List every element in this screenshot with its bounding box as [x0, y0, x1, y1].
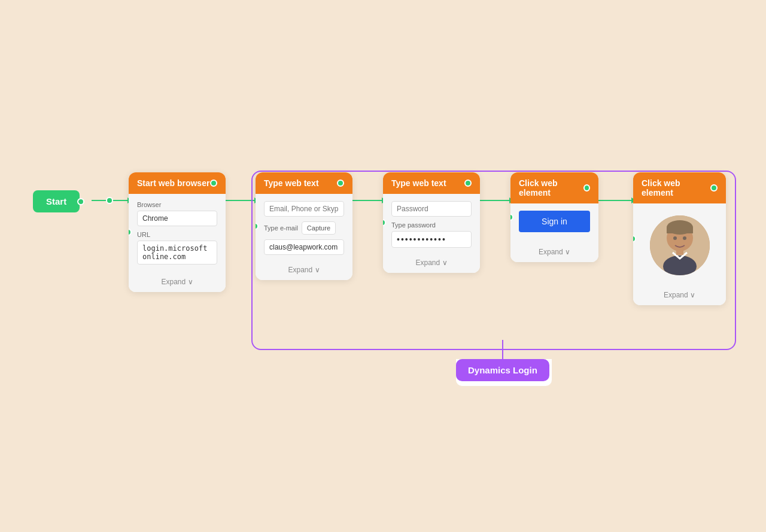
svg-point-17	[683, 236, 686, 240]
card-click-web-element-avatar: Click web element	[633, 172, 726, 305]
email-value-input[interactable]	[264, 239, 344, 255]
card-type-web-text-email-title: Type web text	[264, 178, 319, 188]
card-start-web-browser-title: Start web browser	[137, 178, 209, 188]
dynamics-login-label: Dynamics Login	[468, 365, 537, 375]
password-input[interactable]	[391, 231, 472, 248]
card-type-web-text-email-header: Type web text	[256, 172, 352, 194]
svg-rect-19	[676, 250, 683, 255]
workflow-canvas: Start Start web browser Browser URL logi…	[0, 0, 766, 532]
svg-point-16	[673, 236, 677, 240]
card-type-web-text-password-title: Type web text	[391, 178, 446, 188]
card-type-web-text-password-header: Type web text	[383, 172, 480, 194]
email-row: Type e-mail Capture	[264, 221, 344, 235]
email-type-label: Type e-mail	[264, 224, 298, 232]
expand-label-3: Expand ∨	[415, 259, 447, 267]
card-click-web-element-avatar-header: Click web element	[633, 172, 726, 203]
expand-button-2[interactable]: Expand ∨	[256, 262, 352, 280]
card-type-web-text-email: Type web text Type e-mail Capture Expand…	[256, 172, 352, 280]
sign-in-button[interactable]: Sign in	[519, 211, 590, 232]
card-click-web-element-signin-title: Click web element	[519, 178, 583, 197]
right-connector-dot-5	[710, 184, 718, 191]
capture-button[interactable]: Capture	[302, 221, 336, 235]
right-connector-dot-2	[337, 180, 344, 187]
expand-label-1: Expand ∨	[161, 278, 193, 286]
card-start-web-browser-body: Browser URL login.microsoft online.com	[129, 194, 226, 274]
browser-input[interactable]	[137, 211, 217, 226]
card-type-web-text-email-body: Type e-mail Capture	[256, 194, 352, 262]
start-label: Start	[46, 196, 66, 206]
start-node: Start	[33, 190, 80, 212]
card-click-web-element-signin-body: Sign in	[510, 203, 598, 244]
subflow-container: Dynamics Login	[456, 359, 552, 386]
expand-label-5: Expand ∨	[664, 291, 695, 299]
right-connector-dot-4	[583, 184, 590, 191]
svg-point-10	[107, 197, 113, 203]
card-click-web-element-signin: Click web element Sign in Expand ∨	[510, 172, 598, 262]
expand-button-4[interactable]: Expand ∨	[510, 244, 598, 262]
avatar	[650, 215, 710, 275]
expand-button-1[interactable]: Expand ∨	[129, 274, 226, 292]
url-label: URL	[137, 231, 217, 238]
right-connector-dot-3	[464, 180, 472, 187]
email-placeholder-input[interactable]	[264, 201, 344, 217]
card-click-web-element-avatar-title: Click web element	[642, 178, 710, 197]
password-placeholder-input[interactable]	[391, 201, 472, 217]
expand-label-2: Expand ∨	[288, 266, 320, 274]
card-type-web-text-password-body: Type password	[383, 194, 480, 255]
browser-label: Browser	[137, 201, 217, 208]
card-start-web-browser: Start web browser Browser URL login.micr…	[129, 172, 226, 292]
card-start-web-browser-header: Start web browser	[129, 172, 226, 194]
expand-label-4: Expand ∨	[539, 248, 570, 256]
card-type-web-text-password: Type web text Type password Expand ∨	[383, 172, 480, 273]
url-input[interactable]: login.microsoft online.com	[137, 241, 217, 265]
expand-button-3[interactable]: Expand ∨	[383, 255, 480, 273]
expand-button-5[interactable]: Expand ∨	[633, 287, 726, 305]
card-click-web-element-avatar-body	[633, 203, 726, 287]
svg-rect-15	[667, 227, 693, 233]
password-type-label: Type password	[391, 221, 472, 229]
dynamics-login-card[interactable]: Dynamics Login	[456, 359, 549, 381]
card-click-web-element-signin-header: Click web element	[510, 172, 598, 203]
right-connector-dot	[210, 180, 217, 187]
start-right-connector	[77, 198, 84, 205]
avatar-svg	[650, 215, 710, 275]
